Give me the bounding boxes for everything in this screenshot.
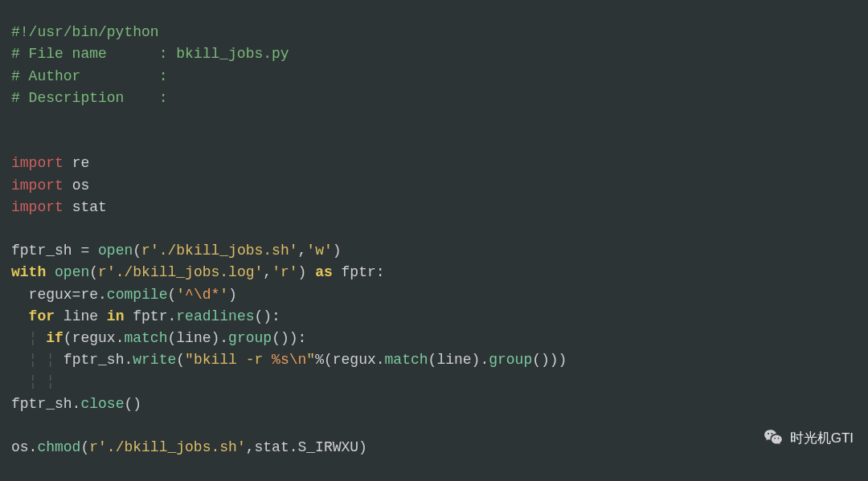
write-after-c: ())) bbox=[532, 352, 567, 368]
group-call: group bbox=[228, 330, 272, 346]
raw-prefix: r bbox=[89, 439, 98, 455]
import-keyword: import bbox=[11, 155, 63, 171]
assign-fptr-sh: fptr_sh = bbox=[11, 243, 98, 259]
readlines-call: readlines bbox=[176, 308, 254, 324]
indent-guide: ¦ ¦ bbox=[29, 373, 55, 389]
write-str-a: "bkill -r bbox=[185, 352, 272, 368]
chmod-pre: os. bbox=[11, 439, 37, 455]
write-call: write bbox=[133, 352, 176, 368]
match-call: match bbox=[124, 330, 167, 346]
chmod-call: chmod bbox=[37, 439, 80, 455]
if-cond-b: (line). bbox=[167, 330, 228, 346]
string-path-log: './bkill_jobs.log' bbox=[107, 264, 263, 280]
for-keyword: for bbox=[29, 308, 55, 324]
with-keyword: with bbox=[11, 264, 46, 280]
raw-prefix: r bbox=[98, 264, 107, 280]
compile-call: compile bbox=[107, 287, 168, 303]
string-path-sh: './bkill_jobs.sh' bbox=[150, 243, 298, 259]
watermark: 时光机GTI bbox=[763, 427, 854, 449]
regex-body: ^\d* bbox=[185, 287, 219, 303]
module-stat: stat bbox=[72, 199, 107, 215]
write-after-a: %(regux. bbox=[315, 352, 384, 368]
in-keyword: in bbox=[107, 308, 125, 324]
chmod-arg2: ,stat.S_IRWXU) bbox=[246, 439, 367, 455]
as-keyword: as bbox=[315, 264, 333, 280]
regux-assign: regux=re. bbox=[11, 287, 107, 303]
watermark-text: 时光机GTI bbox=[790, 427, 854, 449]
readlines-pre: fptr. bbox=[124, 308, 176, 324]
indent-guide: ¦ bbox=[29, 330, 38, 346]
comment-author: # Author : bbox=[11, 68, 167, 84]
if-cond-c: ()): bbox=[272, 330, 306, 346]
shebang-line: #!/usr/bin/python bbox=[11, 24, 159, 40]
regex-close: ' bbox=[219, 287, 228, 303]
if-cond-a: (regux. bbox=[63, 330, 125, 346]
wechat-icon bbox=[763, 427, 784, 448]
indent-guide: ¦ ¦ bbox=[29, 352, 55, 368]
regex-open: ' bbox=[176, 287, 185, 303]
fptr-id: fptr bbox=[342, 264, 376, 280]
write-str-b: " bbox=[306, 352, 315, 368]
write-esc: \n bbox=[289, 352, 307, 368]
close-call: close bbox=[80, 396, 124, 412]
comment-filename-label: # File name : bbox=[11, 46, 176, 62]
module-re: re bbox=[72, 155, 90, 171]
close-pre: fptr_sh. bbox=[11, 396, 80, 412]
raw-prefix: r bbox=[141, 243, 150, 259]
import-keyword: import bbox=[11, 177, 63, 194]
line-id: line bbox=[63, 308, 98, 324]
string-mode-w: 'w' bbox=[306, 243, 332, 259]
group-call: group bbox=[489, 352, 532, 368]
comment-filename-value: bkill_jobs.py bbox=[176, 46, 289, 62]
write-after-b: (line). bbox=[428, 352, 489, 368]
open-call: open bbox=[55, 264, 89, 280]
code-editor[interactable]: #!/usr/bin/python # File name : bkill_jo… bbox=[11, 0, 857, 481]
write-pre: fptr_sh. bbox=[63, 352, 133, 368]
comment-description: # Description : bbox=[11, 90, 167, 106]
string-path-sh2: './bkill_jobs.sh' bbox=[98, 439, 246, 455]
import-keyword: import bbox=[11, 199, 63, 215]
module-os: os bbox=[72, 177, 90, 194]
open-call: open bbox=[98, 243, 133, 259]
if-keyword: if bbox=[46, 330, 63, 346]
match-call: match bbox=[385, 352, 428, 368]
write-fmt: %s bbox=[272, 352, 289, 368]
string-mode-r: 'r' bbox=[272, 264, 297, 280]
